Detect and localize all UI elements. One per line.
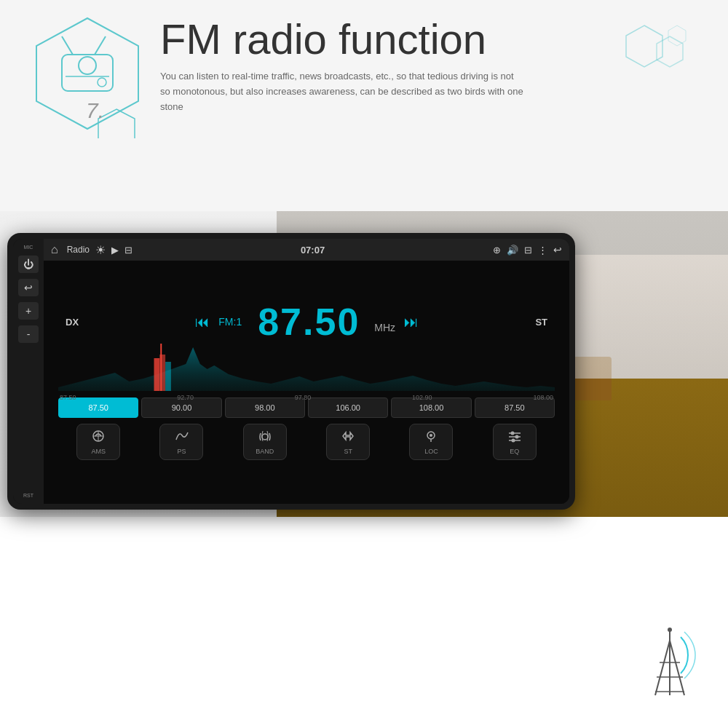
media-icon: ▶ [111, 245, 119, 256]
prev-station-button[interactable]: ⏮ [195, 314, 210, 331]
brightness-icon[interactable]: ☀ [95, 243, 106, 257]
spectrum-labels: 87.50 92.70 97.80 102.90 108.00 [58, 394, 555, 401]
st-button[interactable]: ST [326, 424, 370, 460]
svg-point-65 [262, 434, 268, 440]
bottom-icon-buttons: AMS PS [58, 421, 555, 462]
section-number: 7. [86, 98, 104, 123]
side-buttons-panel: MIC ⏻ ↩ + - RST [13, 239, 44, 504]
spec-label-1: 87.50 [60, 394, 76, 401]
spec-label-2: 92.70 [177, 394, 194, 401]
image-icon: ⊟ [124, 245, 132, 256]
power-button[interactable]: ⏻ [18, 256, 39, 273]
device-screen: MIC ⏻ ↩ + - RST ⌂ R [13, 239, 569, 504]
ps-label: PS [177, 448, 186, 455]
screen-content: ⌂ Radio ☀ ▶ ⊟ 07:07 ⊕ 🔊 ⊟ ⋮ ↩ [44, 239, 569, 504]
svg-point-72 [515, 435, 518, 438]
vol-up-button[interactable]: + [18, 302, 39, 320]
ams-label: AMS [91, 448, 106, 455]
ams-icon [90, 430, 106, 446]
radio-main-area: DX ⏮ FM:1 87.50 MHz ⏭ ST [44, 261, 569, 504]
loc-label: LOC [424, 448, 438, 455]
svg-point-82 [668, 628, 672, 632]
svg-point-2 [79, 57, 96, 74]
fm-channel-label: FM:1 [218, 316, 242, 328]
eq-button[interactable]: EQ [493, 424, 537, 460]
spec-label-5: 108.00 [533, 394, 553, 401]
svg-point-74 [511, 438, 515, 442]
spec-label-4: 102.90 [412, 394, 432, 401]
svg-rect-60 [159, 355, 165, 391]
volume-icon: 🔊 [507, 245, 518, 256]
dx-label: DX [66, 317, 79, 328]
svg-rect-61 [165, 362, 171, 391]
svg-rect-59 [154, 358, 160, 391]
spec-label-3: 97.80 [295, 394, 312, 401]
eq-icon [507, 430, 523, 446]
page-description: You can listen to real-time traffic, new… [160, 69, 524, 114]
freq-control-row: DX ⏮ FM:1 87.50 MHz ⏭ ST [58, 303, 555, 341]
svg-marker-10 [668, 25, 686, 46]
vol-down-button[interactable]: - [18, 325, 39, 343]
svg-point-67 [430, 434, 432, 437]
band-label: BAND [256, 448, 274, 455]
freq-unit: MHz [374, 322, 395, 341]
menu-icon[interactable]: ⋮ [538, 245, 547, 256]
status-time: 07:07 [301, 245, 325, 256]
loc-button[interactable]: LOC [409, 424, 453, 460]
current-app: Radio [67, 245, 90, 255]
svg-marker-9 [657, 36, 683, 67]
back-side-button[interactable]: ↩ [18, 279, 39, 296]
status-bar: ⌂ Radio ☀ ▶ ⊟ 07:07 ⊕ 🔊 ⊟ ⋮ ↩ [44, 239, 569, 261]
spectrum-area: 87.50 92.70 97.80 102.90 108.00 [58, 344, 555, 395]
svg-line-6 [95, 36, 106, 55]
svg-line-77 [670, 641, 684, 695]
svg-line-5 [62, 36, 73, 55]
band-icon [257, 430, 273, 446]
antenna-decoration [641, 626, 699, 699]
top-section: 7. FM radio function You can listen to r… [0, 0, 728, 211]
eq-label: EQ [510, 448, 519, 455]
ams-button[interactable]: AMS [76, 424, 120, 460]
band-button[interactable]: BAND [243, 424, 287, 460]
svg-point-4 [98, 78, 106, 87]
next-station-button[interactable]: ⏭ [404, 314, 419, 331]
st-label: ST [535, 317, 547, 328]
home-icon[interactable]: ⌂ [51, 243, 58, 256]
rst-label: RST [23, 493, 33, 498]
svg-line-76 [655, 641, 670, 695]
ps-button[interactable]: PS [159, 424, 203, 460]
device-outer-frame: MIC ⏻ ↩ + - RST ⌂ R [7, 233, 575, 510]
st-label: ST [344, 448, 352, 455]
back-button[interactable]: ↩ [553, 244, 562, 256]
loc-icon [423, 430, 439, 446]
st-icon [340, 430, 356, 446]
car-stereo-device: MIC ⏻ ↩ + - RST ⌂ R [7, 233, 575, 510]
freq-display: ⏮ FM:1 87.50 MHz ⏭ [195, 303, 419, 341]
svg-point-70 [510, 431, 514, 435]
gps-icon: ⊕ [493, 245, 501, 256]
hex-deco-right [604, 22, 692, 83]
mic-label: MIC [24, 245, 33, 250]
current-frequency: 87.50 [258, 303, 360, 341]
ps-icon [173, 430, 189, 446]
display-icon: ⊟ [524, 245, 532, 256]
